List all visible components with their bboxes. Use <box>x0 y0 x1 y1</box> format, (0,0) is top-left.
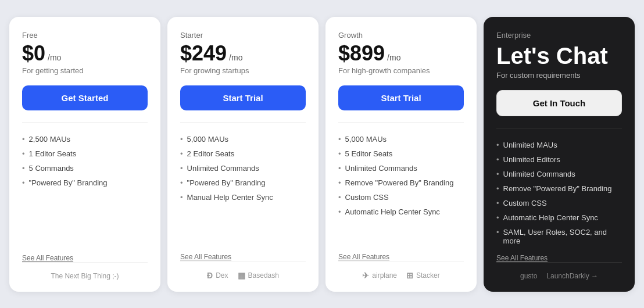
footer-logo-0: ✈airplane <box>362 271 397 280</box>
plan-price-row: $899 /mo <box>338 43 464 64</box>
feature-item: SAML, User Roles, SOC2, and more <box>496 225 622 248</box>
feature-item: Manual Help Center Sync <box>180 190 306 205</box>
plan-desc: For custom requirements <box>496 71 622 80</box>
plan-footer: ✈airplane⊞Stacker <box>338 261 464 280</box>
pricing-container: Free $0 /mo For getting started Get Star… <box>9 17 635 292</box>
feature-item: 1 Editor Seats <box>22 146 148 161</box>
feature-item: 2 Editor Seats <box>180 146 306 161</box>
feature-item: Custom CSS <box>496 196 622 210</box>
feature-item: "Powered By" Branding <box>22 176 148 190</box>
plan-label: Enterprise <box>496 31 622 40</box>
cta-button-free[interactable]: Get Started <box>22 85 148 110</box>
footer-logo-0: The Next Big Thing ;-) <box>51 272 119 280</box>
feature-item: Unlimited Commands <box>338 161 464 176</box>
plan-per-mo: /mo <box>48 53 61 62</box>
cta-button-starter[interactable]: Start Trial <box>180 85 306 110</box>
plan-desc: For high-growth companies <box>338 66 464 75</box>
feature-item: "Powered By" Branding <box>180 176 306 190</box>
plan-title: Let's Chat <box>496 43 622 69</box>
feature-item: Custom CSS <box>338 190 464 205</box>
see-all-link[interactable]: See All Features <box>22 254 148 262</box>
footer-logo-launchdarkly: LaunchDarkly → <box>546 272 598 280</box>
plan-card-free: Free $0 /mo For getting started Get Star… <box>9 17 160 292</box>
feature-item: Automatic Help Center Sync <box>338 205 464 219</box>
plan-card-enterprise: Enterprise Let's Chat For custom require… <box>484 17 635 292</box>
feature-item: Automatic Help Center Sync <box>496 210 622 225</box>
plan-per-mo: /mo <box>387 53 400 62</box>
feature-item: Remove "Powered By" Branding <box>496 181 622 196</box>
see-all-link[interactable]: See All Features <box>496 254 622 262</box>
plan-footer: The Next Big Thing ;-) <box>22 262 148 280</box>
divider <box>338 122 464 123</box>
features-list: Unlimited MAUsUnlimited EditorsUnlimited… <box>496 138 622 248</box>
feature-item: Unlimited Commands <box>180 161 306 176</box>
footer-logo-0: ÐDex <box>207 271 228 280</box>
cta-button-growth[interactable]: Start Trial <box>338 85 464 110</box>
plan-label: Growth <box>338 31 464 40</box>
feature-item: 2,500 MAUs <box>22 132 148 146</box>
feature-item: Remove "Powered By" Branding <box>338 176 464 190</box>
feature-item: Unlimited MAUs <box>496 138 622 152</box>
footer-logo-gusto: gusto <box>520 272 537 280</box>
plan-price-row: $249 /mo <box>180 43 306 64</box>
cta-button-enterprise[interactable]: Get In Touch <box>496 90 622 116</box>
divider <box>22 122 148 123</box>
feature-item: 5 Commands <box>22 161 148 176</box>
see-all-link[interactable]: See All Features <box>338 253 464 261</box>
plan-price: $899 <box>338 43 385 64</box>
feature-item: 5 Editor Seats <box>338 146 464 161</box>
plan-label: Free <box>22 31 148 40</box>
features-list: 2,500 MAUs1 Editor Seats5 Commands"Power… <box>22 132 148 248</box>
plan-desc: For getting started <box>22 66 148 75</box>
footer-logo-1: ⊞Stacker <box>406 271 440 280</box>
plan-footer: gusto LaunchDarkly → <box>496 262 622 280</box>
plan-footer: ÐDex▦Basedash <box>180 261 306 280</box>
feature-item: Unlimited Commands <box>496 167 622 181</box>
features-list: 5,000 MAUs2 Editor SeatsUnlimited Comman… <box>180 132 306 247</box>
plan-card-starter: Starter $249 /mo For growing startups St… <box>167 17 319 292</box>
feature-item: 5,000 MAUs <box>180 132 306 146</box>
feature-item: 5,000 MAUs <box>338 132 464 146</box>
plan-per-mo: /mo <box>229 53 242 62</box>
plan-desc: For growing startups <box>180 66 306 75</box>
feature-item: Unlimited Editors <box>496 152 622 167</box>
plan-label: Starter <box>180 31 306 40</box>
features-list: 5,000 MAUs5 Editor SeatsUnlimited Comman… <box>338 132 464 247</box>
plan-price: $0 <box>22 43 45 64</box>
footer-logo-1: ▦Basedash <box>238 271 279 280</box>
see-all-link[interactable]: See All Features <box>180 253 306 261</box>
plan-price: $249 <box>180 43 227 64</box>
plan-price-row: $0 /mo <box>22 43 148 64</box>
divider <box>496 128 622 128</box>
plan-card-growth: Growth $899 /mo For high-growth companie… <box>325 17 477 292</box>
divider <box>180 122 306 123</box>
